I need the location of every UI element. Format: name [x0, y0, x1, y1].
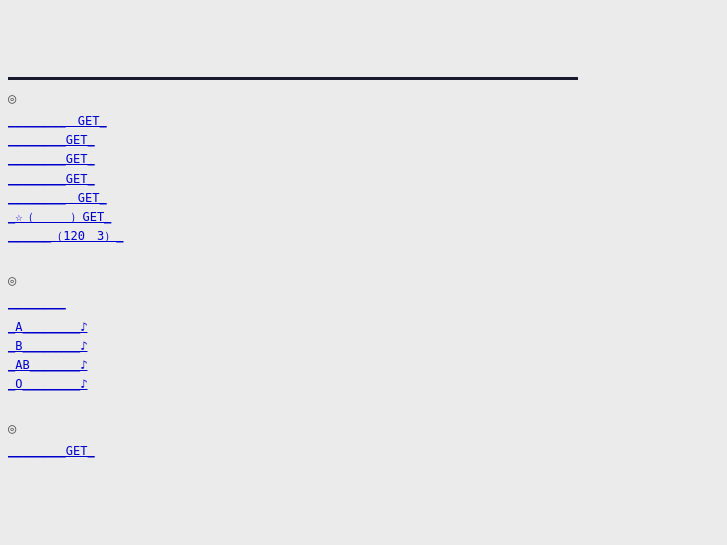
- section-2-separator: ________: [8, 294, 719, 313]
- section-1-links: ________ GET_ ________GET_ ________GET_ …: [8, 112, 719, 246]
- section1-link-5[interactable]: _☆（ ）GET_: [8, 208, 719, 227]
- section1-link-2[interactable]: ________GET_: [8, 150, 719, 169]
- section1-link-3[interactable]: ________GET_: [8, 170, 719, 189]
- section2-link-2[interactable]: _AB_______♪: [8, 356, 719, 375]
- section-3-links: ________GET_: [8, 442, 719, 461]
- section2-separator-link[interactable]: ________: [8, 294, 719, 313]
- section-3-icon: ◎: [8, 420, 719, 436]
- section2-link-0[interactable]: _A________♪: [8, 318, 719, 337]
- section-1-icon: ◎: [8, 90, 719, 106]
- section1-link-0[interactable]: ________ GET_: [8, 112, 719, 131]
- top-area: [0, 0, 727, 80]
- section-2-icon: ◎: [8, 272, 719, 288]
- section-2: ◎ ________ _A________♪ _B________♪ _AB__…: [0, 262, 727, 410]
- section1-link-4[interactable]: ________ GET_: [8, 189, 719, 208]
- divider: [8, 77, 578, 80]
- section2-link-3[interactable]: _O________♪: [8, 375, 719, 394]
- section-3: ◎ ________GET_: [0, 410, 727, 477]
- section3-link-0[interactable]: ________GET_: [8, 442, 719, 461]
- section2-link-1[interactable]: _B________♪: [8, 337, 719, 356]
- section1-link-1[interactable]: ________GET_: [8, 131, 719, 150]
- section1-link-6[interactable]: ______（120 3）_: [8, 227, 719, 246]
- section-2-links: _A________♪ _B________♪ _AB_______♪ _O__…: [8, 318, 719, 395]
- section-1: ◎ ________ GET_ ________GET_ ________GET…: [0, 80, 727, 262]
